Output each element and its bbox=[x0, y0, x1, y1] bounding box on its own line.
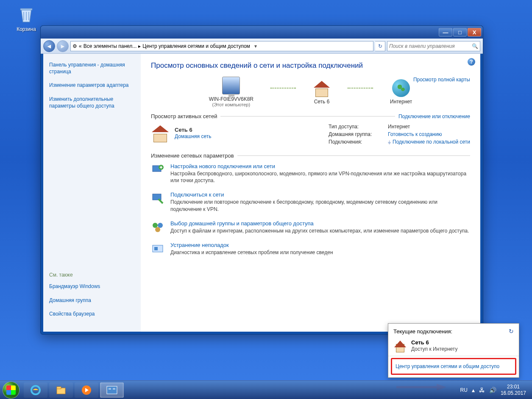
task-desc: Подключение или повторное подключение к … bbox=[170, 199, 470, 212]
flyout-center-link[interactable]: Центр управления сетями и общим доступо bbox=[395, 361, 513, 372]
sidebar-home[interactable]: Панель управления - домашняя страница bbox=[49, 61, 135, 75]
task-link[interactable]: Подключиться к сети bbox=[170, 191, 224, 198]
see-also-header: См. также bbox=[49, 272, 135, 278]
taskbar-mediaplayer[interactable] bbox=[75, 382, 98, 398]
flyout-refresh-icon[interactable]: ↻ bbox=[509, 328, 514, 335]
search-box[interactable]: 🔍 bbox=[387, 41, 480, 51]
access-label: Тип доступа: bbox=[329, 124, 388, 130]
sidebar-adapter[interactable]: Изменение параметров адаптера bbox=[49, 82, 135, 89]
search-input[interactable] bbox=[389, 43, 472, 49]
full-map-link[interactable]: Просмотр полной карты bbox=[413, 77, 470, 83]
breadcrumb-icon: ⚙ bbox=[72, 43, 77, 49]
tray-network-icon[interactable]: 🖧 bbox=[479, 387, 485, 393]
titlebar: — □ X bbox=[41, 26, 483, 39]
plug-icon: ⏚ bbox=[388, 139, 391, 145]
internet-label: Интернет bbox=[390, 99, 412, 105]
node-computer: WIN-F0IE9VV6K8R (Этот компьютер) bbox=[209, 77, 253, 107]
homegroup-label: Домашняя группа: bbox=[329, 131, 388, 137]
maximize-button[interactable]: □ bbox=[453, 28, 467, 36]
address-dropdown[interactable]: ▾ bbox=[252, 43, 259, 49]
troubleshoot-icon bbox=[151, 242, 164, 255]
breadcrumb-part1[interactable]: Все элементы панел... bbox=[84, 43, 137, 49]
task-desc: Настройка беспроводного, широкополосного… bbox=[170, 170, 470, 184]
flyout-net-access: Доступ к Интернету bbox=[411, 346, 457, 352]
access-value: Интернет bbox=[388, 124, 410, 130]
active-net-name: Сеть 6 bbox=[175, 127, 192, 133]
house-icon bbox=[313, 79, 331, 97]
new-connection-icon bbox=[151, 163, 164, 177]
map-line-2 bbox=[348, 88, 373, 89]
svg-point-4 bbox=[158, 223, 163, 228]
svg-rect-2 bbox=[153, 194, 161, 200]
address-refresh-button[interactable]: ↻ bbox=[375, 41, 385, 51]
help-icon[interactable]: ? bbox=[468, 58, 475, 66]
flyout-title: Текущие подключения: bbox=[393, 328, 452, 335]
page-title: Просмотр основных сведений о сети и наст… bbox=[151, 61, 470, 70]
house-icon bbox=[393, 339, 407, 352]
task-link[interactable]: Выбор домашней группы и параметров общег… bbox=[170, 220, 314, 227]
taskbar: RU ▴ 🖧 🔊 23:01 16.05.2017 bbox=[0, 380, 532, 399]
breadcrumb-prefix: « bbox=[79, 43, 82, 49]
taskbar-control-panel[interactable] bbox=[100, 382, 124, 398]
svg-rect-13 bbox=[109, 388, 111, 390]
connect-icon bbox=[151, 191, 164, 205]
active-network: Сеть 6 Домашняя сеть Тип доступа:Интерне… bbox=[151, 124, 470, 147]
svg-rect-12 bbox=[107, 386, 117, 394]
connection-link[interactable]: Подключение по локальной сети bbox=[393, 139, 470, 145]
homegroup-link[interactable]: Готовность к созданию bbox=[388, 131, 442, 137]
connect-disconnect-link[interactable]: Подключение или отключение bbox=[398, 114, 470, 119]
task-troubleshoot: Устранение неполадокДиагностика и исправ… bbox=[151, 242, 470, 256]
sidebar-firewall[interactable]: Брандмауэр Windows bbox=[49, 283, 135, 290]
control-panel-window: — □ X ◄ ► ⚙ « Все элементы панел... ▸ Це… bbox=[40, 25, 483, 335]
svg-rect-7 bbox=[154, 247, 158, 250]
address-bar[interactable]: ⚙ « Все элементы панел... ▸ Центр управл… bbox=[70, 41, 373, 51]
system-tray: RU ▴ 🖧 🔊 23:01 16.05.2017 bbox=[460, 384, 529, 396]
task-desc: Доступ к файлам и принтерам, расположенн… bbox=[170, 227, 469, 234]
back-button[interactable]: ◄ bbox=[43, 40, 55, 52]
network-flyout: Текущие подключения: ↻ Сеть 6 Доступ к И… bbox=[388, 323, 519, 378]
sidebar-homegroup[interactable]: Домашняя группа bbox=[49, 297, 135, 304]
settings-header: Изменение сетевых параметров bbox=[151, 152, 470, 159]
sidebar: Панель управления - домашняя страница Из… bbox=[43, 54, 141, 332]
map-line-1 bbox=[270, 88, 296, 89]
svg-rect-14 bbox=[113, 388, 115, 390]
svg-rect-10 bbox=[57, 387, 61, 389]
sidebar-sharing[interactable]: Изменить дополнительные параметры общего… bbox=[49, 96, 135, 109]
tray-clock[interactable]: 23:01 16.05.2017 bbox=[501, 384, 526, 396]
network-name: Сеть 6 bbox=[313, 99, 331, 105]
computer-name: WIN-F0IE9VV6K8R bbox=[209, 96, 253, 102]
forward-button[interactable]: ► bbox=[57, 40, 69, 52]
tray-lang[interactable]: RU bbox=[460, 387, 468, 393]
content: Панель управления - домашняя страница Из… bbox=[43, 54, 480, 332]
main-panel: ? Просмотр основных сведений о сети и на… bbox=[141, 54, 480, 332]
taskbar-ie[interactable] bbox=[24, 382, 47, 398]
start-button[interactable] bbox=[3, 382, 19, 399]
recycle-bin[interactable]: Корзина bbox=[11, 4, 42, 32]
tray-show-hidden-icon[interactable]: ▴ bbox=[472, 387, 475, 393]
connections-label: Подключения: bbox=[329, 139, 388, 145]
navbar: ◄ ► ⚙ « Все элементы панел... ▸ Центр уп… bbox=[41, 39, 483, 54]
recycle-bin-label: Корзина bbox=[17, 26, 36, 32]
taskbar-explorer[interactable] bbox=[49, 382, 73, 398]
active-networks-header: Просмотр активных сетей Подключение или … bbox=[151, 113, 470, 119]
sidebar-browser[interactable]: Свойства браузера bbox=[49, 310, 135, 317]
highlighted-link-box: Центр управления сетями и общим доступо bbox=[391, 358, 516, 375]
flyout-network-entry[interactable]: Сеть 6 Доступ к Интернету bbox=[393, 339, 514, 352]
task-new-connection: Настройка нового подключения или сетиНас… bbox=[151, 163, 470, 184]
globe-icon bbox=[392, 79, 410, 97]
breadcrumb-part2[interactable]: Центр управления сетями и общим доступом bbox=[142, 43, 250, 49]
task-desc: Диагностика и исправление сетевых пробле… bbox=[170, 249, 333, 256]
tray-volume-icon[interactable]: 🔊 bbox=[489, 387, 496, 393]
recycle-bin-icon bbox=[16, 4, 36, 25]
task-link[interactable]: Устранение неполадок bbox=[170, 242, 229, 248]
search-icon[interactable]: 🔍 bbox=[472, 43, 478, 49]
task-connect: Подключиться к сетиПодключение или повто… bbox=[151, 191, 470, 212]
minimize-button[interactable]: — bbox=[439, 28, 452, 36]
close-button[interactable]: X bbox=[468, 28, 481, 36]
homegroup-icon bbox=[151, 220, 164, 234]
node-internet: Интернет bbox=[390, 79, 412, 105]
task-link[interactable]: Настройка нового подключения или сети bbox=[170, 163, 275, 169]
network-map: Просмотр полной карты WIN-F0IE9VV6K8R (Э… bbox=[151, 77, 470, 107]
svg-point-5 bbox=[155, 227, 160, 232]
active-net-type[interactable]: Домашняя сеть bbox=[175, 133, 211, 139]
